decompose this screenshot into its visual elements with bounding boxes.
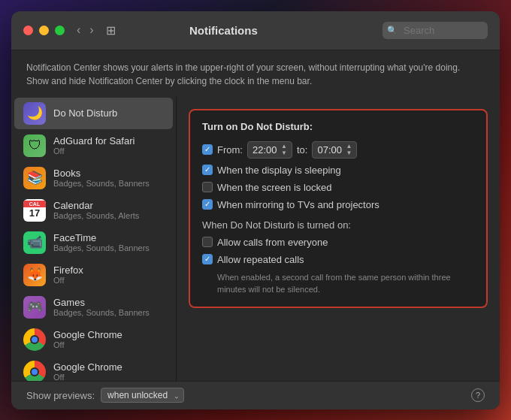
- allow-repeated-row: Allow repeated calls: [202, 254, 474, 265]
- from-spinners: ▲ ▼: [281, 144, 287, 156]
- help-icon: ?: [476, 391, 480, 400]
- preview-select[interactable]: always when unlocked never: [101, 388, 184, 403]
- allow-everyone-row: Allow calls from everyone: [202, 237, 474, 248]
- preview-label: Show previews:: [26, 390, 95, 401]
- from-label: From:: [217, 144, 243, 156]
- to-down[interactable]: ▼: [346, 150, 352, 156]
- firefox-icon: 🦊: [23, 264, 46, 286]
- sidebar: 🌙 Do Not Disturb 🛡 AdGuard for Safari Of…: [11, 97, 177, 381]
- sidebar-item-adguard[interactable]: 🛡 AdGuard for Safari Off: [14, 130, 173, 162]
- sidebar-sub-chrome1: Off: [53, 340, 122, 349]
- sidebar-sub-books: Badges, Sounds, Banners: [53, 179, 150, 188]
- from-up[interactable]: ▲: [281, 144, 287, 150]
- sidebar-name-chrome1: Google Chrome: [53, 329, 122, 340]
- sidebar-text-firefox: Firefox Off: [53, 264, 83, 285]
- from-down[interactable]: ▼: [281, 150, 287, 156]
- to-time-input[interactable]: 07:00 ▲ ▼: [312, 141, 357, 159]
- close-button[interactable]: [23, 26, 33, 35]
- description-bar: Notification Center shows your alerts in…: [11, 50, 500, 97]
- cal-day: 17: [29, 207, 40, 220]
- right-panel: Turn on Do Not Disturb: From: 22:00 ▲ ▼ …: [177, 97, 500, 381]
- preview-select-wrapper: always when unlocked never: [101, 388, 184, 403]
- sidebar-item-chrome1[interactable]: Google Chrome Off: [14, 324, 173, 355]
- dnd-section-title: Turn on Do Not Disturb:: [202, 121, 474, 132]
- sidebar-sub-chrome2: Off: [53, 373, 122, 381]
- sidebar-name-books: Books: [53, 168, 150, 179]
- traffic-lights: [23, 26, 65, 35]
- sidebar-name-chrome2: Google Chrome: [53, 361, 122, 373]
- chrome1-icon: [23, 328, 46, 351]
- sidebar-sub-firefox: Off: [53, 276, 83, 285]
- cal-month: CAL: [23, 201, 46, 207]
- sidebar-sub-adguard: Off: [53, 147, 135, 156]
- sidebar-text-books: Books Badges, Sounds, Banners: [53, 168, 150, 188]
- adguard-icon: 🛡: [23, 134, 46, 157]
- allow-repeated-checkbox[interactable]: [202, 254, 213, 264]
- sidebar-name-firefox: Firefox: [53, 264, 83, 276]
- main-content: 🌙 Do Not Disturb 🛡 AdGuard for Safari Of…: [11, 97, 500, 381]
- sidebar-item-do-not-disturb[interactable]: 🌙 Do Not Disturb: [14, 98, 173, 129]
- sidebar-text-chrome1: Google Chrome Off: [53, 329, 122, 349]
- dnd-icon: 🌙: [23, 102, 46, 125]
- window-title: Notifications: [65, 24, 382, 37]
- sidebar-name-adguard: AdGuard for Safari: [53, 135, 135, 147]
- facetime-icon: 📹: [23, 231, 46, 254]
- sidebar-text-adguard: AdGuard for Safari Off: [53, 135, 135, 156]
- sidebar-text-chrome2: Google Chrome Off: [53, 361, 122, 381]
- sidebar-text-dnd: Do Not Disturb: [53, 107, 117, 119]
- sidebar-item-books[interactable]: 📚 Books Badges, Sounds, Banners: [14, 162, 173, 194]
- games-icon: 🎮: [23, 296, 46, 319]
- time-checkbox[interactable]: [202, 144, 213, 155]
- sidebar-text-games: Games Badges, Sounds, Banners: [53, 297, 150, 317]
- calls-section-title: When Do Not Disturb is turned on:: [202, 219, 474, 231]
- search-input[interactable]: [382, 22, 488, 39]
- sidebar-sub-facetime: Badges, Sounds, Banners: [53, 243, 150, 252]
- description-text: Notification Center shows your alerts in…: [26, 62, 460, 86]
- repeated-calls-info: When enabled, a second call from the sam…: [217, 271, 474, 296]
- sidebar-sub-calendar: Badges, Sounds, Alerts: [53, 211, 139, 220]
- from-time-value: 22:00: [252, 144, 277, 156]
- mirroring-row: When mirroring to TVs and projectors: [202, 199, 474, 210]
- sidebar-item-calendar[interactable]: CAL 17 Calendar Badges, Sounds, Alerts: [14, 195, 173, 226]
- time-from-row: From: 22:00 ▲ ▼ to: 07:00 ▲ ▼: [202, 141, 474, 159]
- display-sleeping-label: When the display is sleeping: [217, 165, 341, 176]
- allow-everyone-checkbox[interactable]: [202, 237, 213, 247]
- to-time-value: 07:00: [317, 144, 342, 156]
- chrome2-icon: [23, 361, 46, 381]
- screen-locked-row: When the screen is locked: [202, 182, 474, 193]
- allow-everyone-label: Allow calls from everyone: [217, 237, 328, 248]
- to-spinners: ▲ ▼: [346, 144, 352, 156]
- sidebar-text-facetime: FaceTime Badges, Sounds, Banners: [53, 232, 150, 252]
- display-sleeping-row: When the display is sleeping: [202, 165, 474, 176]
- sidebar-item-facetime[interactable]: 📹 FaceTime Badges, Sounds, Banners: [14, 227, 173, 258]
- chrome1-center: [30, 335, 39, 344]
- maximize-button[interactable]: [55, 26, 65, 35]
- from-time-input[interactable]: 22:00 ▲ ▼: [247, 141, 292, 159]
- main-window: ‹ › ⊞ Notifications Notification Center …: [11, 11, 500, 409]
- dnd-settings-box: Turn on Do Not Disturb: From: 22:00 ▲ ▼ …: [189, 109, 488, 308]
- display-sleeping-checkbox[interactable]: [202, 165, 213, 175]
- search-wrapper: [382, 22, 488, 39]
- allow-repeated-label: Allow repeated calls: [217, 254, 304, 265]
- screen-locked-label: When the screen is locked: [217, 182, 331, 193]
- sidebar-item-games[interactable]: 🎮 Games Badges, Sounds, Banners: [14, 292, 173, 323]
- titlebar: ‹ › ⊞ Notifications: [11, 11, 500, 50]
- minimize-button[interactable]: [39, 26, 49, 35]
- to-label: to:: [297, 144, 307, 156]
- to-up[interactable]: ▲: [346, 144, 352, 150]
- sidebar-item-firefox[interactable]: 🦊 Firefox Off: [14, 259, 173, 291]
- mirroring-label: When mirroring to TVs and projectors: [217, 199, 379, 210]
- calendar-icon: CAL 17: [23, 199, 46, 222]
- screen-locked-checkbox[interactable]: [202, 182, 213, 192]
- help-button[interactable]: ?: [471, 388, 485, 402]
- sidebar-name-facetime: FaceTime: [53, 232, 150, 243]
- mirroring-checkbox[interactable]: [202, 199, 213, 210]
- sidebar-name-dnd: Do Not Disturb: [53, 107, 117, 119]
- sidebar-name-calendar: Calendar: [53, 200, 139, 211]
- chrome2-center: [30, 367, 39, 376]
- sidebar-name-games: Games: [53, 297, 150, 308]
- sidebar-sub-games: Badges, Sounds, Banners: [53, 308, 150, 317]
- sidebar-item-chrome2[interactable]: Google Chrome Off: [14, 356, 173, 381]
- bottom-bar: Show previews: always when unlocked neve…: [11, 381, 500, 409]
- books-icon: 📚: [23, 167, 46, 189]
